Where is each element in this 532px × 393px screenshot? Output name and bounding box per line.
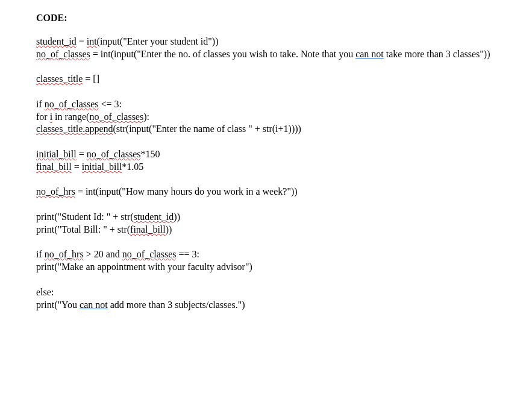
spellcheck-span: no_of_classes [87,149,141,159]
text: )) [174,212,180,222]
code-line: classes_title.append(str(input("Enter th… [36,123,496,136]
code-line: else: [36,286,496,299]
text: add more than 3 subjects/classes.") [108,300,245,310]
code-line: print("Make an appointment with your fac… [36,261,496,274]
spellcheck-span: no_of_classes [122,249,177,259]
spellcheck-span: initial_bill [36,149,77,159]
text: if [36,249,45,259]
text: *150 [140,149,160,159]
blank-line [36,136,496,148]
spellcheck-span: student_id [36,36,77,46]
grammar-span: can not [355,49,384,59]
blank-line [36,174,496,186]
code-line: print("You can not add more than 3 subje… [36,299,496,312]
spellcheck-span: no_of_hrs [45,249,84,259]
code-line: student_id = int(input("Enter your stude… [36,36,496,48]
blank-line [36,198,496,211]
text: (str(input("Enter the name of class " + … [113,124,301,134]
code-line: print("Student Id: " + str(student_id)) [36,211,496,224]
spellcheck-span: no_of_classes [36,49,90,59]
code-line: if no_of_hrs > 20 and no_of_classes == 3… [36,248,496,261]
text: in range( [52,112,89,122]
blank-line [36,236,496,249]
text: else: [36,287,54,297]
text: print("You [36,300,80,310]
text: print("Student Id: " + str( [36,212,134,222]
text: take more than 3 classes")) [384,49,490,59]
blank-line [36,86,496,98]
text: <= 3: [99,99,122,109]
text: = int(input("How many hours do you work … [75,186,298,196]
text: print("Make an appointment with your fac… [36,262,252,272]
code-block: student_id = int(input("Enter your stude… [36,36,496,312]
blank-line [36,274,496,286]
spellcheck-span: final_bill [130,224,166,234]
code-line: print("Total Bill: " + str(final_bill)) [36,224,496,236]
spellcheck-span: student_id [134,212,174,222]
text: ): [143,112,149,122]
text: = [77,36,87,46]
code-line: if no_of_classes <= 3: [36,98,496,111]
text: = int(input("Enter the no. of classes yo… [90,49,355,59]
spellcheck-span: no_of_hrs [36,186,75,196]
code-line: classes_title = [] [36,73,496,86]
text: if [36,99,45,109]
text: == 3: [177,249,200,259]
blank-line [36,60,496,73]
heading-code: CODE: [36,12,496,25]
code-line: no_of_hrs = int(input("How many hours do… [36,186,496,198]
spellcheck-span: classes_title [36,74,83,84]
text: (input("Enter your student id")) [97,36,219,46]
code-line: for i in range(no_of_classes): [36,111,496,124]
text: = [] [83,74,99,84]
text: = [77,149,87,159]
spellcheck-span: int [87,36,97,46]
text: for [36,112,50,122]
spellcheck-span: final_bill [36,162,72,172]
text: )) [166,224,172,234]
text: = [72,162,82,172]
document-page: CODE: student_id = int(input("Enter your… [0,0,532,335]
grammar-span: can not [80,300,108,310]
spellcheck-span: no_of_classes [89,112,143,122]
code-line: no_of_classes = int(input("Enter the no.… [36,48,496,61]
text: print("Total Bill: " + str( [36,224,130,234]
spellcheck-span: classes_title.append [36,124,113,134]
code-line: final_bill = initial_bill*1.05 [36,161,496,174]
spellcheck-span: no_of_classes [45,99,99,109]
code-line: initial_bill = no_of_classes*150 [36,148,496,161]
text: *1.05 [122,162,143,172]
text: > 20 and [84,249,122,259]
spellcheck-span: initial_bill [82,162,122,172]
